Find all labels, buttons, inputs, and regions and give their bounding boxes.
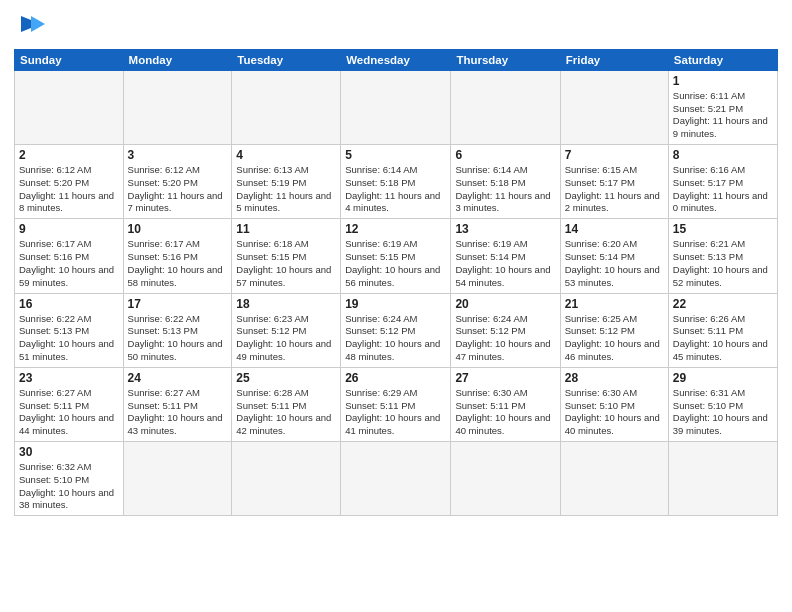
- header: [14, 10, 778, 43]
- calendar-cell-3-3: 19Sunrise: 6:24 AM Sunset: 5:12 PM Dayli…: [341, 293, 451, 367]
- logo-icon: [17, 10, 45, 38]
- calendar-cell-4-3: 26Sunrise: 6:29 AM Sunset: 5:11 PM Dayli…: [341, 367, 451, 441]
- day-number: 25: [236, 371, 336, 385]
- day-info: Sunrise: 6:26 AM Sunset: 5:11 PM Dayligh…: [673, 313, 773, 364]
- day-number: 13: [455, 222, 555, 236]
- day-info: Sunrise: 6:30 AM Sunset: 5:10 PM Dayligh…: [565, 387, 664, 438]
- day-info: Sunrise: 6:18 AM Sunset: 5:15 PM Dayligh…: [236, 238, 336, 289]
- logo-area: [14, 10, 45, 43]
- calendar-cell-5-4: [451, 442, 560, 516]
- calendar-week-0: 1Sunrise: 6:11 AM Sunset: 5:21 PM Daylig…: [15, 70, 778, 144]
- calendar-cell-4-1: 24Sunrise: 6:27 AM Sunset: 5:11 PM Dayli…: [123, 367, 232, 441]
- day-info: Sunrise: 6:30 AM Sunset: 5:11 PM Dayligh…: [455, 387, 555, 438]
- day-info: Sunrise: 6:23 AM Sunset: 5:12 PM Dayligh…: [236, 313, 336, 364]
- day-info: Sunrise: 6:25 AM Sunset: 5:12 PM Dayligh…: [565, 313, 664, 364]
- day-number: 17: [128, 297, 228, 311]
- svg-marker-1: [31, 16, 45, 32]
- day-info: Sunrise: 6:31 AM Sunset: 5:10 PM Dayligh…: [673, 387, 773, 438]
- day-number: 5: [345, 148, 446, 162]
- day-info: Sunrise: 6:14 AM Sunset: 5:18 PM Dayligh…: [455, 164, 555, 215]
- day-number: 3: [128, 148, 228, 162]
- day-number: 26: [345, 371, 446, 385]
- calendar-cell-4-0: 23Sunrise: 6:27 AM Sunset: 5:11 PM Dayli…: [15, 367, 124, 441]
- day-number: 18: [236, 297, 336, 311]
- calendar-header-friday: Friday: [560, 49, 668, 70]
- day-number: 6: [455, 148, 555, 162]
- calendar-cell-5-3: [341, 442, 451, 516]
- calendar-cell-3-2: 18Sunrise: 6:23 AM Sunset: 5:12 PM Dayli…: [232, 293, 341, 367]
- calendar-header-sunday: Sunday: [15, 49, 124, 70]
- calendar-week-1: 2Sunrise: 6:12 AM Sunset: 5:20 PM Daylig…: [15, 145, 778, 219]
- calendar-cell-1-1: 3Sunrise: 6:12 AM Sunset: 5:20 PM Daylig…: [123, 145, 232, 219]
- calendar-cell-1-3: 5Sunrise: 6:14 AM Sunset: 5:18 PM Daylig…: [341, 145, 451, 219]
- day-number: 11: [236, 222, 336, 236]
- calendar-week-2: 9Sunrise: 6:17 AM Sunset: 5:16 PM Daylig…: [15, 219, 778, 293]
- day-info: Sunrise: 6:32 AM Sunset: 5:10 PM Dayligh…: [19, 461, 119, 512]
- day-number: 9: [19, 222, 119, 236]
- calendar-cell-3-5: 21Sunrise: 6:25 AM Sunset: 5:12 PM Dayli…: [560, 293, 668, 367]
- day-info: Sunrise: 6:27 AM Sunset: 5:11 PM Dayligh…: [128, 387, 228, 438]
- day-number: 15: [673, 222, 773, 236]
- day-number: 7: [565, 148, 664, 162]
- day-info: Sunrise: 6:20 AM Sunset: 5:14 PM Dayligh…: [565, 238, 664, 289]
- calendar-cell-5-5: [560, 442, 668, 516]
- day-info: Sunrise: 6:29 AM Sunset: 5:11 PM Dayligh…: [345, 387, 446, 438]
- calendar-cell-0-6: 1Sunrise: 6:11 AM Sunset: 5:21 PM Daylig…: [668, 70, 777, 144]
- day-info: Sunrise: 6:12 AM Sunset: 5:20 PM Dayligh…: [128, 164, 228, 215]
- day-number: 16: [19, 297, 119, 311]
- day-number: 10: [128, 222, 228, 236]
- day-info: Sunrise: 6:27 AM Sunset: 5:11 PM Dayligh…: [19, 387, 119, 438]
- calendar-cell-2-5: 14Sunrise: 6:20 AM Sunset: 5:14 PM Dayli…: [560, 219, 668, 293]
- day-number: 30: [19, 445, 119, 459]
- calendar-cell-2-6: 15Sunrise: 6:21 AM Sunset: 5:13 PM Dayli…: [668, 219, 777, 293]
- day-info: Sunrise: 6:13 AM Sunset: 5:19 PM Dayligh…: [236, 164, 336, 215]
- logo: [14, 10, 45, 43]
- calendar-cell-0-3: [341, 70, 451, 144]
- day-info: Sunrise: 6:21 AM Sunset: 5:13 PM Dayligh…: [673, 238, 773, 289]
- calendar-header-row: SundayMondayTuesdayWednesdayThursdayFrid…: [15, 49, 778, 70]
- day-info: Sunrise: 6:15 AM Sunset: 5:17 PM Dayligh…: [565, 164, 664, 215]
- calendar-cell-5-2: [232, 442, 341, 516]
- calendar-header-monday: Monday: [123, 49, 232, 70]
- day-number: 21: [565, 297, 664, 311]
- day-info: Sunrise: 6:22 AM Sunset: 5:13 PM Dayligh…: [128, 313, 228, 364]
- calendar-cell-1-5: 7Sunrise: 6:15 AM Sunset: 5:17 PM Daylig…: [560, 145, 668, 219]
- calendar-cell-3-1: 17Sunrise: 6:22 AM Sunset: 5:13 PM Dayli…: [123, 293, 232, 367]
- day-number: 24: [128, 371, 228, 385]
- calendar-header-wednesday: Wednesday: [341, 49, 451, 70]
- day-info: Sunrise: 6:28 AM Sunset: 5:11 PM Dayligh…: [236, 387, 336, 438]
- calendar-header-tuesday: Tuesday: [232, 49, 341, 70]
- day-info: Sunrise: 6:12 AM Sunset: 5:20 PM Dayligh…: [19, 164, 119, 215]
- calendar-cell-2-2: 11Sunrise: 6:18 AM Sunset: 5:15 PM Dayli…: [232, 219, 341, 293]
- day-number: 29: [673, 371, 773, 385]
- day-number: 8: [673, 148, 773, 162]
- day-number: 23: [19, 371, 119, 385]
- day-info: Sunrise: 6:24 AM Sunset: 5:12 PM Dayligh…: [345, 313, 446, 364]
- calendar-cell-4-5: 28Sunrise: 6:30 AM Sunset: 5:10 PM Dayli…: [560, 367, 668, 441]
- calendar-cell-1-0: 2Sunrise: 6:12 AM Sunset: 5:20 PM Daylig…: [15, 145, 124, 219]
- calendar-cell-3-6: 22Sunrise: 6:26 AM Sunset: 5:11 PM Dayli…: [668, 293, 777, 367]
- day-info: Sunrise: 6:11 AM Sunset: 5:21 PM Dayligh…: [673, 90, 773, 141]
- day-number: 19: [345, 297, 446, 311]
- calendar-cell-1-6: 8Sunrise: 6:16 AM Sunset: 5:17 PM Daylig…: [668, 145, 777, 219]
- calendar-week-4: 23Sunrise: 6:27 AM Sunset: 5:11 PM Dayli…: [15, 367, 778, 441]
- calendar-cell-2-1: 10Sunrise: 6:17 AM Sunset: 5:16 PM Dayli…: [123, 219, 232, 293]
- day-info: Sunrise: 6:17 AM Sunset: 5:16 PM Dayligh…: [19, 238, 119, 289]
- calendar-cell-3-4: 20Sunrise: 6:24 AM Sunset: 5:12 PM Dayli…: [451, 293, 560, 367]
- day-number: 20: [455, 297, 555, 311]
- calendar-cell-2-0: 9Sunrise: 6:17 AM Sunset: 5:16 PM Daylig…: [15, 219, 124, 293]
- day-number: 22: [673, 297, 773, 311]
- calendar-cell-0-5: [560, 70, 668, 144]
- calendar-cell-3-0: 16Sunrise: 6:22 AM Sunset: 5:13 PM Dayli…: [15, 293, 124, 367]
- calendar-cell-2-3: 12Sunrise: 6:19 AM Sunset: 5:15 PM Dayli…: [341, 219, 451, 293]
- day-number: 12: [345, 222, 446, 236]
- calendar: SundayMondayTuesdayWednesdayThursdayFrid…: [14, 49, 778, 517]
- day-number: 14: [565, 222, 664, 236]
- calendar-cell-0-0: [15, 70, 124, 144]
- day-number: 28: [565, 371, 664, 385]
- day-number: 2: [19, 148, 119, 162]
- day-info: Sunrise: 6:19 AM Sunset: 5:14 PM Dayligh…: [455, 238, 555, 289]
- calendar-cell-2-4: 13Sunrise: 6:19 AM Sunset: 5:14 PM Dayli…: [451, 219, 560, 293]
- calendar-cell-1-4: 6Sunrise: 6:14 AM Sunset: 5:18 PM Daylig…: [451, 145, 560, 219]
- calendar-cell-0-1: [123, 70, 232, 144]
